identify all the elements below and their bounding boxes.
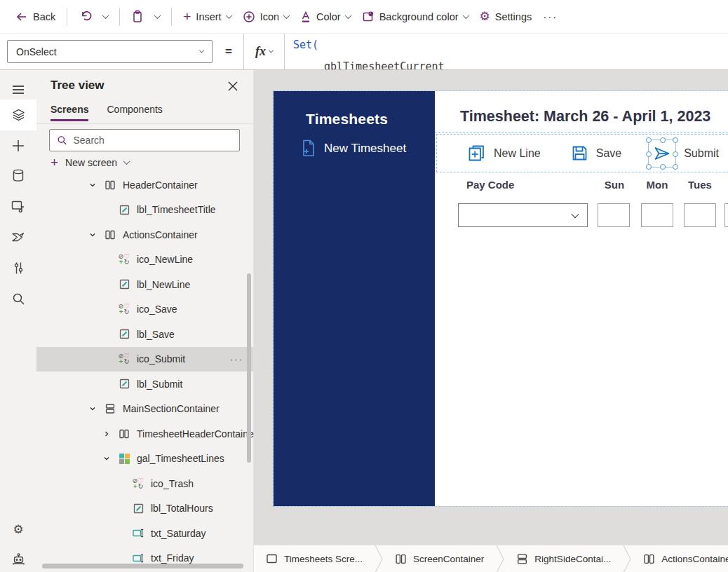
breadcrumb-screencontainer[interactable]: ScreenContainer <box>383 545 496 572</box>
hours-input-tues[interactable] <box>684 203 716 227</box>
chevron-down-icon <box>269 48 274 53</box>
settings-rail-icon[interactable]: ⚙ <box>0 515 36 543</box>
tab-components[interactable]: Components <box>107 104 162 121</box>
tree-item-timesheetheadercontainer[interactable]: TimesheetHeaderContainer <box>36 421 253 447</box>
save-button[interactable]: Save <box>571 144 621 162</box>
hours-input-wed[interactable] <box>724 203 728 227</box>
breadcrumb-actionscontainer[interactable]: ActionsContainer <box>631 545 728 572</box>
app-screen[interactable]: Timesheets New Timesheet Timesheet: Marc… <box>274 91 728 506</box>
chevron-down-icon[interactable] <box>89 182 96 189</box>
settings-button[interactable]: ⚙ Settings <box>474 6 538 27</box>
app-sidebar[interactable]: Timesheets New Timesheet <box>274 91 435 506</box>
tree-item-gal-timesheetlines[interactable]: gal_TimesheetLines <box>36 447 253 472</box>
search-icon <box>57 135 67 146</box>
undo-split-chevron[interactable] <box>97 10 114 23</box>
header-selection-border <box>435 132 728 133</box>
breadcrumb-timesheets-screen[interactable]: Timesheets Scre... <box>254 545 375 572</box>
column-pay-code: Pay Code <box>466 179 514 191</box>
selected-control-frame[interactable] <box>648 139 676 168</box>
close-panel-button[interactable] <box>225 79 241 94</box>
toolbar-overflow-button[interactable]: ··· <box>537 11 563 22</box>
resize-handle[interactable] <box>673 151 678 157</box>
chevron-down-icon[interactable] <box>89 231 96 238</box>
data-icon[interactable] <box>0 161 36 189</box>
breadcrumb-rightsidecontainer[interactable]: RightSideContai... <box>504 545 623 572</box>
power-automate-icon[interactable] <box>0 223 36 251</box>
tree-vertical-scrollbar[interactable] <box>247 273 251 463</box>
background-color-menu-button[interactable]: Background color <box>356 6 474 27</box>
resize-handle[interactable] <box>646 164 652 170</box>
tree-item-headercontainer[interactable]: HeaderContainer <box>36 172 253 198</box>
icon-menu-button[interactable]: Icon <box>237 6 295 27</box>
tree-item-ico-save[interactable]: ⊘♡+↻ ico_Save <box>36 297 253 322</box>
text-input-icon <box>132 528 144 538</box>
tree-item-lbl-timesheettitle[interactable]: lbl_TimesheetTitle <box>36 198 253 223</box>
tree-items: HeaderContainer lbl_TimesheetTitle Actio… <box>36 172 253 571</box>
item-more-options-button[interactable]: ··· <box>230 354 243 365</box>
chevron-down-icon <box>102 12 109 19</box>
tree-item-ico-submit[interactable]: ⊘♡+↻ ico_Submit ··· <box>36 347 253 372</box>
search-input[interactable] <box>74 135 233 146</box>
back-label: Back <box>33 11 55 22</box>
hours-input-sun[interactable] <box>598 203 630 227</box>
settings-label: Settings <box>495 11 532 22</box>
fx-dropdown[interactable]: fx <box>243 34 285 69</box>
resize-handle[interactable] <box>646 151 652 157</box>
hours-input-mon[interactable] <box>641 203 673 227</box>
new-line-button[interactable]: New Line <box>467 144 541 163</box>
tree-item-lbl-save[interactable]: lbl_Save <box>36 322 253 347</box>
tab-screens[interactable]: Screens <box>50 104 88 121</box>
tree-item-actionscontainer[interactable]: ActionsContainer <box>36 222 253 247</box>
icon-control-icon: ⊘♡+↻ <box>132 478 144 489</box>
color-menu-button[interactable]: Color <box>295 6 356 27</box>
icon-control-icon: ⊘♡+↻ <box>118 304 130 315</box>
column-mon: Mon <box>647 179 668 191</box>
resize-handle[interactable] <box>660 164 666 170</box>
tree-item-lbl-submit[interactable]: lbl_Submit <box>36 372 253 397</box>
new-timesheet-button[interactable]: New Timesheet <box>299 139 406 158</box>
chevron-down-icon <box>571 210 579 218</box>
new-screen-button[interactable]: + New screen <box>50 156 129 169</box>
resize-handle[interactable] <box>660 137 666 143</box>
timesheet-title[interactable]: Timesheet: March 26 - April 1, 2023 <box>460 108 710 125</box>
actions-container[interactable]: New Line Save Submit <box>436 134 728 172</box>
variables-icon[interactable] <box>0 254 36 282</box>
tree-item-ico-trash[interactable]: ⊘♡+↻ ico_Trash <box>36 471 253 496</box>
submit-button[interactable]: Submit <box>648 139 719 168</box>
tree-view-icon[interactable] <box>0 100 36 130</box>
resize-handle[interactable] <box>673 164 678 170</box>
tree-horizontal-scrollbar[interactable] <box>42 564 243 568</box>
tree-item-txt-saturday[interactable]: txt_Saturday <box>36 521 253 546</box>
undo-icon <box>79 10 92 23</box>
insert-menu-button[interactable]: + Insert <box>177 6 236 27</box>
tree-item-ico-newline[interactable]: ⊘♡+↻ ico_NewLine <box>36 247 253 273</box>
back-button[interactable]: Back <box>10 6 61 27</box>
paste-split-chevron[interactable] <box>149 10 166 23</box>
tree-item-mainsectioncontainer[interactable]: MainSectionContainer <box>36 397 253 422</box>
chevron-down-icon <box>154 12 161 19</box>
container-horizontal-icon <box>643 553 655 565</box>
pay-code-dropdown[interactable] <box>458 203 588 227</box>
media-icon[interactable] <box>0 192 36 220</box>
formula-bar: OnSelect = fx Set( gblTimesheetCurrent <box>0 34 728 70</box>
undo-button[interactable] <box>73 6 97 27</box>
insert-icon[interactable] <box>0 132 36 160</box>
tree-item-lbl-totalhours[interactable]: lbl_TotalHours <box>36 496 253 522</box>
chevron-down-icon[interactable] <box>89 405 96 412</box>
formula-editor[interactable]: Set( gblTimesheetCurrent <box>285 34 728 69</box>
property-selector[interactable]: OnSelect <box>7 40 213 63</box>
resize-handle[interactable] <box>673 137 678 143</box>
formula-line-2: gblTimesheetCurrent <box>324 60 445 69</box>
search-icon[interactable] <box>0 285 36 313</box>
color-label: Color <box>316 11 341 22</box>
breadcrumb-separator <box>375 545 383 572</box>
virtual-agent-icon[interactable] <box>0 545 36 572</box>
paste-button[interactable] <box>126 6 149 27</box>
chevron-right-icon[interactable] <box>103 430 110 437</box>
icon-control-icon: ⊘♡+↻ <box>118 353 130 365</box>
tree-item-lbl-newline[interactable]: lbl_NewLine <box>36 272 253 297</box>
tree-view-panel: Tree view Screens Components + New scree… <box>36 70 254 572</box>
chevron-down-icon[interactable] <box>103 455 110 462</box>
icon-control-icon: ⊘♡+↻ <box>118 254 130 265</box>
resize-handle[interactable] <box>646 137 652 143</box>
